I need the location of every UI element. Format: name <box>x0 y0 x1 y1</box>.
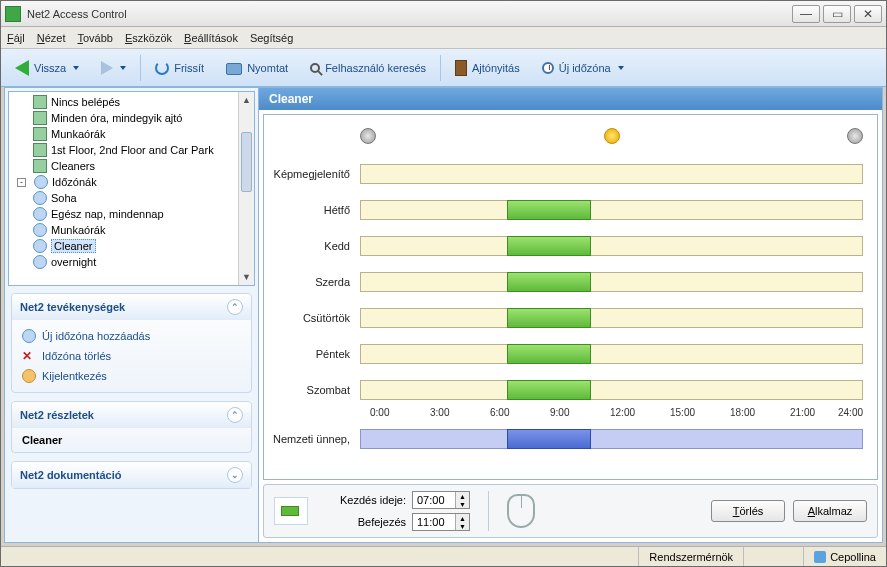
end-time-input[interactable]: ▲▼ <box>412 513 470 531</box>
tree-item-label: 1st Floor, 2nd Floor and Car Park <box>51 144 214 156</box>
moon-icon <box>360 128 376 144</box>
holiday-row[interactable]: Nemzeti ünnep, <box>270 426 863 452</box>
content-title: Cleaner <box>259 88 882 110</box>
schedule-row[interactable]: Péntek <box>270 341 863 367</box>
tree-item-label: Soha <box>51 192 77 204</box>
timebar-icon <box>274 497 308 525</box>
new-timezone-button[interactable]: Új időzóna <box>534 54 632 82</box>
time-bar[interactable] <box>507 344 591 364</box>
spin-up-icon[interactable]: ▲ <box>456 514 469 522</box>
activity-link[interactable]: ✕Időzóna törlés <box>22 346 241 366</box>
time-bar[interactable] <box>507 272 591 292</box>
start-time-input[interactable]: ▲▼ <box>412 491 470 509</box>
details-header[interactable]: Net2 részletek ⌃ <box>12 402 251 428</box>
back-button[interactable]: Vissza <box>7 54 87 82</box>
minimize-button[interactable]: — <box>792 5 820 23</box>
menu-tools[interactable]: Eszközök <box>125 32 172 44</box>
details-item: Cleaner <box>22 434 62 446</box>
spin-up-icon[interactable]: ▲ <box>456 492 469 500</box>
window-title: Net2 Access Control <box>27 8 789 20</box>
door-icon <box>33 95 47 109</box>
menubar: Fájl Nézet Tovább Eszközök Beállítások S… <box>1 27 886 49</box>
sun-icon <box>604 128 620 144</box>
scroll-thumb[interactable] <box>241 132 252 192</box>
holiday-bar[interactable] <box>507 429 591 449</box>
content: Cleaner KépmegjelenítőHétfőKeddSzerdaCsü… <box>259 88 882 542</box>
tree-item[interactable]: 1st Floor, 2nd Floor and Car Park <box>9 142 254 158</box>
spin-down-icon[interactable]: ▼ <box>456 522 469 530</box>
back-icon <box>15 60 29 76</box>
tree-item[interactable]: Cleaner <box>9 238 254 254</box>
tree-item-label: Cleaners <box>51 160 95 172</box>
schedule-row[interactable]: Szerda <box>270 269 863 295</box>
find-user-button[interactable]: Felhasználó keresés <box>302 54 434 82</box>
tree-item-label: overnight <box>51 256 96 268</box>
user-icon <box>22 369 36 383</box>
refresh-button[interactable]: Frissít <box>147 54 212 82</box>
scroll-up-icon[interactable]: ▲ <box>239 92 254 108</box>
apply-button[interactable]: Alkalmaz <box>793 500 867 522</box>
details-title: Net2 részletek <box>20 409 94 421</box>
schedule-row[interactable]: Csütörtök <box>270 305 863 331</box>
spin-down-icon[interactable]: ▼ <box>456 500 469 508</box>
delete-button[interactable]: Törlés <box>711 500 785 522</box>
tree-item[interactable]: overnight <box>9 254 254 270</box>
maximize-button[interactable]: ▭ <box>823 5 851 23</box>
time-bar[interactable] <box>507 200 591 220</box>
time-bar[interactable] <box>507 308 591 328</box>
tree-item-label: Időzónák <box>52 176 97 188</box>
schedule-chart[interactable]: KépmegjelenítőHétfőKeddSzerdaCsütörtökPé… <box>263 114 878 480</box>
door-icon <box>33 127 47 141</box>
schedule-row[interactable]: Képmegjelenítő <box>270 161 863 187</box>
activity-label: Kijelentkezés <box>42 370 107 382</box>
scroll-down-icon[interactable]: ▼ <box>239 269 254 285</box>
titlebar: Net2 Access Control — ▭ ✕ <box>1 1 886 27</box>
docs-header[interactable]: Net2 dokumentáció ⌄ <box>12 462 251 488</box>
forward-button[interactable] <box>93 54 134 82</box>
day-label: Kedd <box>270 240 360 252</box>
activity-label: Új időzóna hozzáadás <box>42 330 150 342</box>
menu-go[interactable]: Tovább <box>78 32 113 44</box>
schedule-row[interactable]: Szombat <box>270 377 863 403</box>
tree-item[interactable]: Cleaners <box>9 158 254 174</box>
menu-file[interactable]: Fájl <box>7 32 25 44</box>
tree-item[interactable]: Munkaórák <box>9 222 254 238</box>
tree-item[interactable]: Minden óra, mindegyik ajtó <box>9 110 254 126</box>
menu-settings[interactable]: Beállítások <box>184 32 238 44</box>
day-label: Szerda <box>270 276 360 288</box>
end-time-field[interactable] <box>413 514 455 530</box>
tree-item-label: Minden óra, mindegyik ajtó <box>51 112 182 124</box>
time-bar[interactable] <box>507 236 591 256</box>
tree-scrollbar[interactable]: ▲ ▼ <box>238 92 254 285</box>
menu-help[interactable]: Segítség <box>250 32 293 44</box>
activity-link[interactable]: Új időzóna hozzáadás <box>22 326 241 346</box>
schedule-row[interactable]: Kedd <box>270 233 863 259</box>
chevron-up-icon: ⌃ <box>227 299 243 315</box>
tree-item-label: Munkaórák <box>51 224 105 236</box>
tree-item[interactable]: Munkaórák <box>9 126 254 142</box>
clock-icon <box>34 175 48 189</box>
tree-item[interactable]: Soha <box>9 190 254 206</box>
expand-icon[interactable]: - <box>17 178 26 187</box>
activity-link[interactable]: Kijelentkezés <box>22 366 241 386</box>
user-icon <box>814 551 826 563</box>
time-bar[interactable] <box>507 380 591 400</box>
close-button[interactable]: ✕ <box>854 5 882 23</box>
tree-item[interactable]: Egész nap, mindennap <box>9 206 254 222</box>
tree-item[interactable]: -Időzónák <box>9 174 254 190</box>
menu-view[interactable]: Nézet <box>37 32 66 44</box>
open-door-button[interactable]: Ajtónyitás <box>447 54 528 82</box>
control-panel: Kezdés ideje: ▲▼ Befejezés ▲▼ Tör <box>263 484 878 538</box>
start-time-field[interactable] <box>413 492 455 508</box>
holiday-label: Nemzeti ünnep, <box>270 433 360 445</box>
forward-icon <box>101 61 113 75</box>
tree-item-label: Cleaner <box>51 239 96 253</box>
print-button[interactable]: Nyomtat <box>218 54 296 82</box>
activities-header[interactable]: Net2 tevékenységek ⌃ <box>12 294 251 320</box>
door-icon <box>455 60 467 76</box>
mouse-icon <box>507 494 535 528</box>
refresh-label: Frissít <box>174 62 204 74</box>
tree-item[interactable]: Nincs belépés <box>9 94 254 110</box>
tree[interactable]: Nincs belépésMinden óra, mindegyik ajtóM… <box>9 92 254 272</box>
schedule-row[interactable]: Hétfő <box>270 197 863 223</box>
